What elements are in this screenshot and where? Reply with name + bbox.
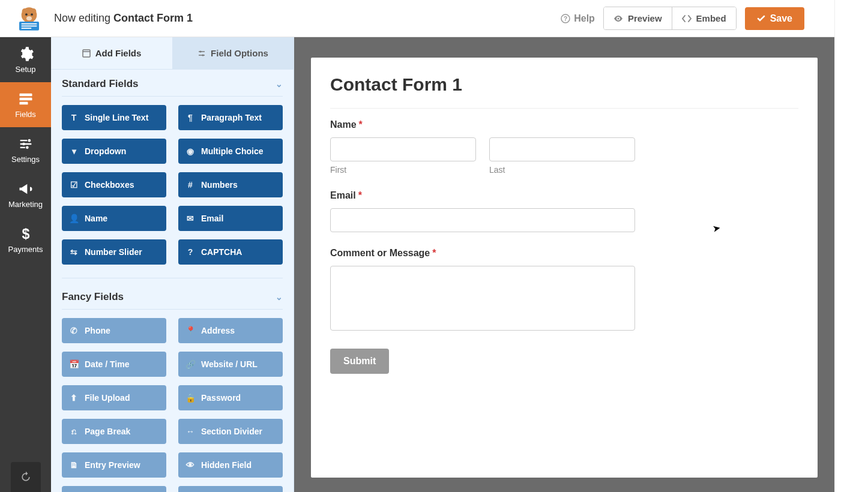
svg-rect-8 (21, 25, 37, 26)
pagebreak-icon: ⎌ (69, 427, 79, 436)
tab-add-fields[interactable]: Add Fields (51, 37, 172, 69)
svg-text:?: ? (564, 16, 567, 22)
field-name[interactable]: Name* First Last (330, 119, 798, 175)
nav-payments[interactable]: $ Payments (0, 217, 51, 262)
link-icon: 🔗 (185, 359, 195, 369)
nav-history[interactable] (11, 462, 41, 492)
bullhorn-icon (17, 181, 34, 197)
checkbox-icon: ☑ (69, 180, 79, 190)
canvas-area: Contact Form 1 Name* First Last Email* (294, 37, 834, 492)
field-label: Multiple Choice (201, 146, 263, 156)
input-message[interactable] (330, 266, 635, 331)
section-standard-fields[interactable]: Standard Fields ⌄ (62, 70, 283, 97)
field-label: Section Divider (201, 427, 262, 436)
section-fancy-fields[interactable]: Fancy Fields ⌄ (62, 291, 283, 310)
field-dropdown[interactable]: ▾Dropdown (62, 139, 166, 164)
history-icon (20, 471, 32, 483)
form-title: Contact Form 1 (330, 74, 798, 109)
field-paragraph-text[interactable]: ¶Paragraph Text (178, 105, 283, 130)
field-password[interactable]: 🔒Password (178, 385, 283, 410)
field-label: Page Break (85, 427, 130, 436)
paragraph-icon: ¶ (185, 113, 195, 122)
form-card[interactable]: Contact Form 1 Name* First Last Email* (311, 58, 818, 478)
field-label: File Upload (85, 393, 130, 403)
check-icon (757, 14, 765, 23)
field-label: Dropdown (85, 146, 126, 156)
input-last-name[interactable] (489, 137, 635, 161)
field-label: Date / Time (85, 359, 129, 369)
svg-point-12 (617, 17, 619, 19)
label-message: Comment or Message* (330, 248, 798, 259)
nav-setup[interactable]: Setup (0, 37, 51, 82)
nav-fields[interactable]: Fields (0, 82, 51, 127)
save-button[interactable]: Save (745, 7, 804, 30)
slider-icon: ⇆ (69, 247, 79, 257)
form-icon (17, 91, 34, 107)
hidden-icon: 👁 (185, 460, 195, 470)
input-email[interactable] (330, 208, 635, 232)
field-label: Website / URL (201, 359, 258, 369)
field-email[interactable]: Email* (330, 190, 798, 232)
svg-rect-7 (21, 23, 37, 24)
right-gutter (834, 0, 868, 492)
help-link[interactable]: ? Help (561, 13, 595, 24)
svg-text:$: $ (22, 226, 29, 242)
gear-icon (17, 46, 34, 62)
svg-point-5 (26, 16, 31, 20)
field-label: Email (201, 214, 223, 223)
field-label: Single Line Text (85, 113, 148, 122)
embed-button[interactable]: Embed (672, 7, 736, 29)
field-captcha[interactable]: ?CAPTCHA (178, 239, 283, 265)
sliders-icon (17, 136, 34, 152)
field-rating[interactable]: ★Rating (178, 486, 283, 492)
field-checkboxes[interactable]: ☑Checkboxes (62, 172, 166, 197)
field-email[interactable]: ✉Email (178, 206, 283, 231)
field-entry-preview[interactable]: 🗎Entry Preview (62, 452, 166, 478)
left-nav: Setup Fields Settings Marketing $ Paymen… (0, 37, 51, 492)
field-number-slider[interactable]: ⇆Number Slider (62, 239, 166, 265)
logo (11, 5, 47, 32)
field-numbers[interactable]: #Numbers (178, 172, 283, 197)
tab-field-options[interactable]: Field Options (172, 37, 294, 69)
divider-icon: ↔ (185, 427, 195, 436)
field-label: Address (201, 326, 235, 335)
svg-point-17 (22, 143, 25, 146)
nav-settings[interactable]: Settings (0, 127, 51, 172)
field-label: Hidden Field (201, 460, 252, 470)
field-website-url[interactable]: 🔗Website / URL (178, 352, 283, 377)
field-hidden-field[interactable]: 👁Hidden Field (178, 452, 283, 478)
fields-panel: Add Fields Field Options Standard Fields… (51, 37, 294, 492)
field-multiple-choice[interactable]: ◉Multiple Choice (178, 139, 283, 164)
field-section-divider[interactable]: ↔Section Divider (178, 419, 283, 444)
field-name[interactable]: 👤Name (62, 206, 166, 231)
dropdown-icon: ▾ (69, 146, 79, 156)
submit-button[interactable]: Submit (330, 349, 389, 374)
label-email: Email* (330, 190, 798, 201)
field-message[interactable]: Comment or Message* (330, 248, 798, 333)
nav-marketing[interactable]: Marketing (0, 172, 51, 217)
chevron-down-icon: ⌄ (276, 292, 283, 302)
field-single-line-text[interactable]: TSingle Line Text (62, 105, 166, 130)
svg-point-18 (26, 146, 29, 149)
question-icon: ? (185, 247, 195, 257)
field-html[interactable]: </>HTML (62, 486, 166, 492)
svg-rect-20 (83, 50, 90, 57)
now-editing-label: Now editing Contact Form 1 (54, 12, 193, 25)
field-address[interactable]: 📍Address (178, 318, 283, 343)
field-page-break[interactable]: ⎌Page Break (62, 419, 166, 444)
top-bar: Now editing Contact Form 1 ? Help Previe… (0, 0, 834, 37)
preview-icon: 🗎 (69, 460, 79, 470)
field-file-upload[interactable]: ⬆File Upload (62, 385, 166, 410)
field-date-time[interactable]: 📅Date / Time (62, 352, 166, 377)
preview-button[interactable]: Preview (604, 7, 672, 29)
pin-icon: 📍 (185, 326, 195, 335)
chevron-down-icon: ⌄ (276, 79, 283, 89)
help-icon: ? (561, 14, 570, 23)
field-phone[interactable]: ✆Phone (62, 318, 166, 343)
field-label: Name (85, 214, 107, 223)
field-label: CAPTCHA (201, 247, 242, 257)
input-first-name[interactable] (330, 137, 476, 161)
label-name: Name* (330, 119, 798, 130)
lock-icon: 🔒 (185, 393, 195, 403)
field-label: Password (201, 393, 241, 403)
